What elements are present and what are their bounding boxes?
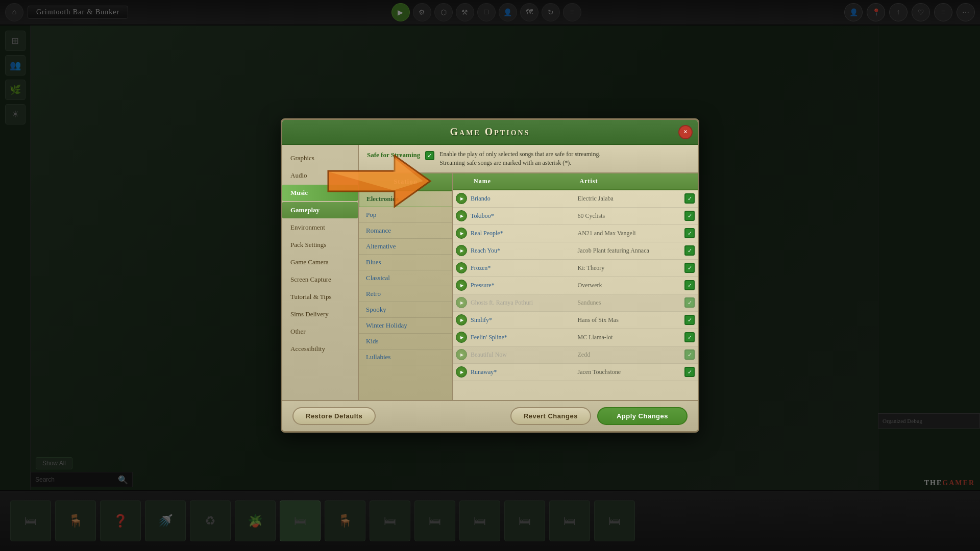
station-list: Station Electronica Pop Romance Alternat… (359, 173, 453, 400)
song-check-10[interactable]: ✓ (684, 367, 695, 377)
song-row: Briando Electric Jalaba ✓ (453, 190, 698, 208)
song-check-4[interactable]: ✓ (684, 263, 695, 273)
song-row: Real People* AN21 and Max Vangeli ✓ (453, 225, 698, 242)
table-container: Station Electronica Pop Romance Alternat… (359, 173, 698, 400)
nav-item-screen-capture[interactable]: Screen Capture (282, 271, 358, 288)
streaming-checkbox[interactable]: ✓ (425, 151, 434, 160)
song-play-3[interactable] (456, 245, 467, 256)
dialog-close-button[interactable]: × (678, 125, 693, 139)
station-item-electronica[interactable]: Electronica (359, 191, 452, 207)
song-name-6: Ghosts ft. Ramya Pothuri (470, 297, 576, 309)
song-name-5: Pressure* (470, 280, 576, 291)
streaming-desc-line1: Enable the play of only selected songs t… (439, 150, 600, 159)
song-artist-4: Ki: Theory (576, 262, 682, 274)
dialog-body: Graphics Audio Music Gameplay Environmen… (282, 145, 698, 400)
nav-item-audio[interactable]: Audio (282, 167, 358, 184)
song-play-0[interactable] (456, 193, 467, 204)
song-row: Reach You* Jacob Plant featuring Annaca … (453, 242, 698, 260)
apply-changes-button[interactable]: Apply Changes (597, 407, 688, 425)
song-artist-10: Jacen Touchstone (576, 366, 682, 378)
nav-item-game-camera[interactable]: Game Camera (282, 254, 358, 270)
song-play-2[interactable] (456, 228, 467, 239)
song-check-5[interactable]: ✓ (684, 280, 695, 290)
dialog-nav: Graphics Audio Music Gameplay Environmen… (282, 145, 359, 400)
nav-item-gameplay[interactable]: Gameplay (282, 202, 358, 218)
song-artist-6: Sandunes (576, 297, 682, 309)
restore-defaults-button[interactable]: Restore Defaults (292, 407, 376, 425)
streaming-description: Enable the play of only selected songs t… (439, 150, 600, 167)
station-item-romance[interactable]: Romance (359, 223, 452, 239)
nav-item-sims-delivery[interactable]: Sims Delivery (282, 306, 358, 322)
song-name-3: Reach You* (470, 245, 576, 257)
station-header: Station (359, 173, 452, 191)
song-check-9[interactable]: ✓ (684, 349, 695, 360)
song-artist-5: Overwerk (576, 280, 682, 291)
station-item-classical[interactable]: Classical (359, 270, 452, 286)
nav-item-environment[interactable]: Environment (282, 219, 358, 236)
revert-changes-button[interactable]: Revert Changes (510, 407, 591, 425)
song-artist-1: 60 Cyclists (576, 210, 682, 222)
song-row: Ghosts ft. Ramya Pothuri Sandunes ✓ (453, 294, 698, 312)
song-check-7[interactable]: ✓ (684, 315, 695, 325)
nav-item-graphics[interactable]: Graphics (282, 150, 358, 166)
song-play-10[interactable] (456, 366, 467, 378)
song-row: Runaway* Jacen Touchstone ✓ (453, 364, 698, 381)
song-name-2: Real People* (470, 228, 576, 239)
nav-item-pack-settings[interactable]: Pack Settings (282, 237, 358, 253)
station-item-lullabies[interactable]: Lullabies (359, 349, 452, 365)
song-check-8[interactable]: ✓ (684, 332, 695, 342)
station-item-kids[interactable]: Kids (359, 334, 452, 349)
song-name-0: Briando (470, 193, 576, 205)
song-row: Beautiful Now Zedd ✓ (453, 346, 698, 364)
col-header-play (453, 173, 470, 189)
modal-overlay: Game Options × Graphics Audio Music Game… (0, 0, 980, 551)
song-row: Simlify* Hans of Six Mas ✓ (453, 312, 698, 329)
station-item-pop[interactable]: Pop (359, 207, 452, 223)
song-artist-2: AN21 and Max Vangeli (576, 228, 682, 239)
song-check-6[interactable]: ✓ (684, 297, 695, 308)
song-row: Frozen* Ki: Theory ✓ (453, 260, 698, 277)
song-artist-8: MC Llama-lot (576, 332, 682, 343)
dialog-footer: Restore Defaults Revert Changes Apply Ch… (282, 400, 698, 431)
station-item-winter-holiday[interactable]: Winter Holiday (359, 318, 452, 334)
game-options-dialog: Game Options × Graphics Audio Music Game… (281, 118, 699, 433)
streaming-desc-line2: Streaming-safe songs are marked with an … (439, 159, 600, 167)
nav-item-tutorial-tips[interactable]: Tutorial & Tips (282, 289, 358, 305)
station-item-blues[interactable]: Blues (359, 255, 452, 270)
song-artist-9: Zedd (576, 349, 682, 361)
song-headers: Name Artist (453, 173, 698, 190)
col-header-artist: Artist (576, 173, 682, 189)
nav-item-other[interactable]: Other (282, 323, 358, 340)
song-row: Feelin' Spline* MC Llama-lot ✓ (453, 329, 698, 346)
station-item-retro[interactable]: Retro (359, 286, 452, 302)
song-row: Pressure* Overwerk ✓ (453, 277, 698, 294)
station-item-spooky[interactable]: Spooky (359, 302, 452, 318)
song-name-8: Feelin' Spline* (470, 332, 576, 343)
song-list: Name Artist Briando Electric Jalaba ✓ (453, 173, 698, 400)
nav-item-accessibility[interactable]: Accessibility (282, 341, 358, 357)
song-check-1[interactable]: ✓ (684, 211, 695, 221)
song-check-2[interactable]: ✓ (684, 228, 695, 238)
song-play-4[interactable] (456, 262, 467, 273)
song-artist-0: Electric Jalaba (576, 193, 682, 205)
col-header-check (681, 173, 698, 189)
footer-right-buttons: Revert Changes Apply Changes (510, 407, 688, 425)
song-artist-3: Jacob Plant featuring Annaca (576, 245, 682, 257)
song-name-4: Frozen* (470, 262, 576, 274)
song-check-0[interactable]: ✓ (684, 193, 695, 204)
song-artist-7: Hans of Six Mas (576, 314, 682, 326)
song-name-10: Runaway* (470, 366, 576, 378)
song-name-1: Tokiboo* (470, 210, 576, 222)
song-play-8[interactable] (456, 332, 467, 343)
dialog-main: Safe for Streaming ✓ Enable the play of … (359, 145, 698, 400)
song-row: Tokiboo* 60 Cyclists ✓ (453, 208, 698, 225)
song-check-3[interactable]: ✓ (684, 245, 695, 256)
song-play-9[interactable] (456, 349, 467, 360)
song-play-1[interactable] (456, 210, 467, 221)
station-item-alternative[interactable]: Alternative (359, 239, 452, 255)
streaming-bar: Safe for Streaming ✓ Enable the play of … (359, 145, 698, 173)
song-play-6[interactable] (456, 297, 467, 308)
nav-item-music[interactable]: Music (282, 185, 358, 201)
song-play-5[interactable] (456, 280, 467, 291)
song-play-7[interactable] (456, 314, 467, 325)
